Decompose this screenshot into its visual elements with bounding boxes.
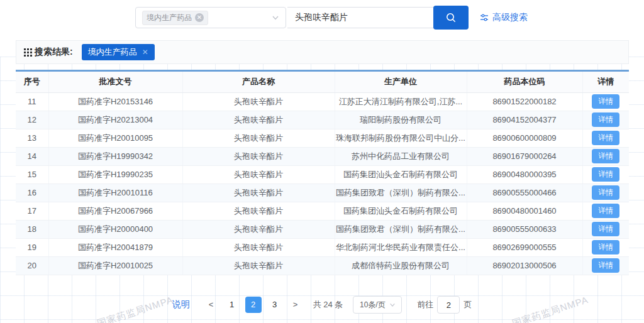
table-row: 19国药准字H20041879头孢呋辛酯片华北制药河北华民药业有限责任公...8… — [16, 238, 629, 256]
search-icon — [445, 11, 457, 24]
drug-code: 86901522000182 — [467, 92, 582, 111]
chevron-down-icon — [272, 14, 279, 21]
manufacturer: 华北制药河北华民药业有限责任公... — [335, 238, 467, 256]
table-row: 15国药准字H19990235头孢呋辛酯片国药集团汕头金石制药有限公司86900… — [16, 165, 629, 183]
header-no: 序号 — [16, 72, 48, 92]
advanced-search-link[interactable]: 高级搜索 — [480, 12, 528, 23]
product-name: 头孢呋辛酯片 — [182, 238, 335, 256]
detail-button[interactable]: 详情 — [592, 185, 619, 200]
detail-button[interactable]: 详情 — [592, 149, 619, 163]
search-input[interactable] — [287, 7, 434, 28]
results-label: 搜索结果: — [24, 47, 73, 58]
approval-number: 国药准字H20010025 — [48, 256, 182, 275]
row-no: 19 — [16, 238, 48, 256]
approval-number: 国药准字H20000400 — [48, 220, 182, 238]
page-button-3[interactable]: 3 — [267, 297, 283, 313]
header-product-name: 产品名称 — [182, 72, 335, 92]
detail-button[interactable]: 详情 — [592, 240, 619, 255]
approval-number: 国药准字H20010095 — [48, 129, 182, 147]
product-name: 头孢呋辛酯片 — [182, 183, 335, 202]
product-name: 头孢呋辛酯片 — [182, 129, 335, 147]
page-button-1[interactable]: 1 — [224, 297, 240, 313]
pagination-bar: 说明 < 123 > 共 24 条 10条/页 前往 页 — [0, 295, 644, 314]
header-manufacturer: 生产单位 — [335, 72, 467, 92]
tag-close-icon[interactable]: ✕ — [195, 13, 204, 22]
total-count-label: 共 24 条 — [313, 299, 343, 310]
drug-code: 86902013000506 — [467, 256, 582, 275]
approval-number: 国药准字H19990342 — [48, 147, 182, 165]
goto-page: 前往 页 — [417, 296, 472, 314]
approval-number: 国药准字H20010116 — [48, 183, 182, 202]
page-size-select[interactable]: 10条/页 — [353, 296, 402, 314]
table-row: 18国药准字H20000400头孢呋辛酯片国药集团致君（深圳）制药有限公...8… — [16, 220, 629, 238]
drug-code: 86900555000633 — [467, 220, 582, 238]
row-no: 16 — [16, 183, 48, 202]
header-drug-code: 药品本位码 — [467, 72, 582, 92]
page-size-value: 10条/页 — [360, 300, 386, 310]
product-name: 头孢呋辛酯片 — [182, 202, 335, 220]
detail-cell: 详情 — [582, 220, 629, 238]
detail-button[interactable]: 详情 — [592, 131, 619, 145]
table-row: 12国药准字H20213004头孢呋辛酯片瑞阳制药股份有限公司869041520… — [16, 111, 629, 129]
detail-button[interactable]: 详情 — [592, 204, 619, 218]
drug-code: 86901679000264 — [467, 147, 582, 165]
product-name: 头孢呋辛酯片 — [182, 165, 335, 183]
manufacturer: 瑞阳制药股份有限公司 — [335, 111, 467, 129]
filter-tag: 境内生产药品 ✕ — [82, 44, 155, 60]
detail-cell: 详情 — [582, 183, 629, 202]
drug-code: 86900480000395 — [467, 165, 582, 183]
detail-cell: 详情 — [582, 92, 629, 111]
next-page-icon[interactable]: > — [288, 296, 303, 314]
detail-cell: 详情 — [582, 202, 629, 220]
search-bar: 境内生产药品 ✕ — [135, 5, 528, 30]
grid-icon — [24, 48, 32, 57]
row-no: 12 — [16, 111, 48, 129]
row-no: 17 — [16, 202, 48, 220]
manufacturer: 国药集团汕头金石制药有限公司 — [335, 202, 467, 220]
search-button[interactable] — [433, 6, 469, 30]
filter-tag-label: 境内生产药品 — [88, 47, 137, 58]
manufacturer: 苏州中化药品工业有限公司 — [335, 147, 467, 165]
pager-pages: 123 — [224, 297, 283, 313]
goto-page-input[interactable] — [437, 296, 460, 314]
table-row: 17国药准字H20067966头孢呋辛酯片国药集团汕头金石制药有限公司86900… — [16, 202, 629, 220]
approval-number: 国药准字H19990235 — [48, 165, 182, 183]
detail-button[interactable]: 详情 — [592, 167, 619, 182]
category-select[interactable]: 境内生产药品 ✕ — [135, 7, 286, 28]
approval-number: 国药准字H20067966 — [48, 202, 182, 220]
row-no: 14 — [16, 147, 48, 165]
search-results-panel: 搜索结果: 境内生产药品 ✕ — [16, 40, 629, 64]
manufacturer: 国药集团汕头金石制药有限公司 — [335, 165, 467, 183]
detail-button[interactable]: 详情 — [592, 258, 619, 273]
detail-button[interactable]: 详情 — [592, 94, 619, 109]
sliders-icon — [480, 13, 489, 22]
detail-button[interactable]: 详情 — [592, 222, 619, 236]
filter-tag-close-icon[interactable]: ✕ — [142, 48, 148, 57]
page-button-2[interactable]: 2 — [245, 297, 262, 313]
table-row: 13国药准字H20010095头孢呋辛酯片珠海联邦制药股份有限公司中山分...8… — [16, 129, 629, 147]
note-link[interactable]: 说明 — [172, 299, 190, 310]
approval-number: 国药准字H20213004 — [48, 111, 182, 129]
drug-code: 86904152004377 — [467, 111, 582, 129]
goto-label: 前往 — [417, 299, 433, 310]
drug-code: 86900555000466 — [467, 183, 582, 202]
table-row: 20国药准字H20010025头孢呋辛酯片成都倍特药业股份有限公司8690201… — [16, 256, 629, 275]
drug-code: 86902699000555 — [467, 238, 582, 256]
detail-cell: 详情 — [582, 238, 629, 256]
row-no: 20 — [16, 256, 48, 275]
advanced-search-label: 高级搜索 — [492, 12, 528, 23]
detail-button[interactable]: 详情 — [592, 112, 619, 127]
drug-search-page: 国家药监局NMPA 国家药监局NMPA 境内生产药品 ✕ — [0, 0, 644, 323]
drug-code: 86900480001460 — [467, 202, 582, 220]
manufacturer: 成都倍特药业股份有限公司 — [335, 256, 467, 275]
row-no: 13 — [16, 129, 48, 147]
table-row: 16国药准字H20010116头孢呋辛酯片国药集团致君（深圳）制药有限公...8… — [16, 183, 629, 202]
table-row: 11国药准字H20153146头孢呋辛酯片江苏正大清江制药有限公司,江苏...8… — [16, 92, 629, 111]
manufacturer: 国药集团致君（深圳）制药有限公... — [335, 183, 467, 202]
detail-cell: 详情 — [582, 147, 629, 165]
goto-suffix: 页 — [464, 299, 472, 310]
product-name: 头孢呋辛酯片 — [182, 220, 335, 238]
product-name: 头孢呋辛酯片 — [182, 256, 335, 275]
results-label-text: 搜索结果: — [35, 47, 73, 58]
prev-page-icon[interactable]: < — [204, 296, 219, 314]
